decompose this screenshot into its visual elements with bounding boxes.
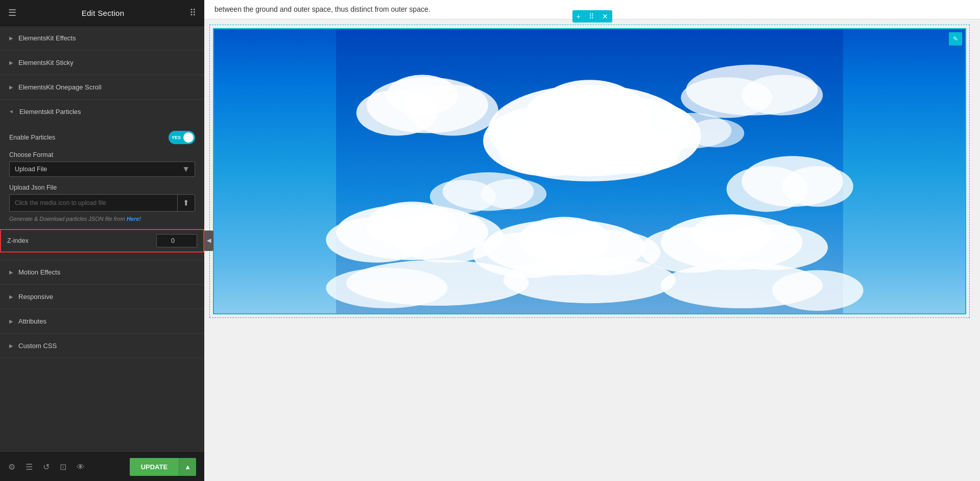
- section-item-motion: ▶ Motion Effects: [0, 260, 204, 285]
- arrow-icon-attributes: ▶: [9, 318, 13, 324]
- zindex-label: Z-index: [7, 237, 29, 244]
- history-icon[interactable]: ↺: [43, 462, 50, 472]
- section-item-effects: ▶ ElementsKit Effects: [0, 26, 204, 51]
- section-label-onepage: ElementsKit Onepage Scroll: [18, 83, 102, 91]
- edit-section-icon[interactable]: ✎: [949, 32, 962, 45]
- choose-format-field: Choose Format Upload File Custom Code ▼: [9, 151, 195, 177]
- generate-here-link[interactable]: Here!: [127, 216, 141, 222]
- section-label-custom-css: Custom CSS: [18, 342, 57, 350]
- svg-point-11: [387, 75, 458, 115]
- section-header-responsive[interactable]: ▶ Responsive: [0, 285, 204, 309]
- svg-point-34: [772, 270, 864, 311]
- section-label-attributes: Attributes: [18, 317, 46, 325]
- section-header-motion[interactable]: ▶ Motion Effects: [0, 260, 204, 284]
- section-item-onepage: ▶ ElementsKit Onepage Scroll: [0, 75, 204, 100]
- panel-toolbar: ⚙ ☰ ↺ ⊡ 👁 UPDATE ▲: [0, 452, 204, 481]
- section-label-responsive: Responsive: [18, 293, 53, 301]
- toolbar-icons: ⚙ ☰ ↺ ⊡ 👁: [8, 462, 85, 472]
- update-button[interactable]: UPDATE: [130, 458, 179, 476]
- panel-header: ☰ Edit Section ⠿: [0, 0, 204, 26]
- hamburger-icon[interactable]: ☰: [8, 7, 16, 18]
- svg-point-37: [688, 119, 744, 148]
- enable-particles-row: Enable Particles YES: [9, 131, 195, 144]
- content-text: between the ground and outer space, thus…: [214, 5, 431, 13]
- close-section-icon[interactable]: ✕: [598, 10, 612, 22]
- section-canvas-wrapper: + ⠿ ✕ ✎: [204, 19, 980, 323]
- arrow-icon-sticky: ▶: [9, 60, 13, 65]
- main-content: between the ground and outer space, thus…: [204, 0, 980, 481]
- panel-title: Edit Section: [82, 9, 125, 17]
- left-panel: ☰ Edit Section ⠿ ▶ ElementsKit Effects ▶…: [0, 0, 204, 481]
- zindex-input[interactable]: [156, 234, 197, 247]
- section-outer-border: ✎: [209, 25, 970, 318]
- section-item-responsive: ▶ Responsive: [0, 285, 204, 309]
- arrow-icon-responsive: ▶: [9, 294, 13, 300]
- format-select[interactable]: Upload File Custom Code: [9, 162, 195, 177]
- toggle-yes-label: YES: [172, 135, 181, 140]
- arrow-icon-effects: ▶: [9, 35, 13, 41]
- arrow-icon-custom-css: ▶: [9, 343, 13, 349]
- svg-point-25: [519, 217, 610, 262]
- grid-icon[interactable]: ⠿: [189, 7, 196, 18]
- settings-icon[interactable]: ⚙: [8, 462, 15, 472]
- generate-text-label: Generate & Download particles JSON file …: [9, 216, 125, 222]
- toggle-slider: YES: [169, 131, 195, 144]
- arrow-icon-motion: ▶: [9, 269, 13, 275]
- svg-point-40: [481, 179, 546, 210]
- section-label-sticky: ElementsKit Sticky: [18, 59, 74, 66]
- section-item-sticky: ▶ ElementsKit Sticky: [0, 51, 204, 75]
- zindex-row: Z-index: [0, 229, 204, 253]
- svg-point-14: [742, 75, 823, 115]
- floating-toolbar: + ⠿ ✕: [572, 10, 612, 22]
- update-btn-group: UPDATE ▲: [130, 458, 196, 476]
- upload-placeholder-text: Click the media icon to upload file: [10, 195, 177, 211]
- enable-particles-toggle[interactable]: YES: [169, 131, 195, 144]
- sky-image-section[interactable]: ✎: [213, 28, 966, 314]
- choose-format-label: Choose Format: [9, 151, 195, 158]
- section-item-particles: ▼ Elementskit Particles Enable Particles…: [0, 100, 204, 260]
- format-select-wrapper: Upload File Custom Code ▼: [9, 162, 195, 177]
- move-icon[interactable]: ⠿: [585, 10, 598, 22]
- section-label-motion: Motion Effects: [18, 268, 60, 276]
- particles-content: Enable Particles YES Choose Format Uploa…: [0, 124, 204, 260]
- layers-icon[interactable]: ☰: [26, 462, 33, 472]
- svg-point-32: [504, 258, 676, 303]
- arrow-icon-particles: ▼: [9, 109, 14, 114]
- upload-json-field: Upload Json File Click the media icon to…: [9, 184, 195, 212]
- svg-point-7: [539, 80, 640, 135]
- sky-svg: [214, 29, 965, 313]
- arrow-icon-onepage: ▶: [9, 84, 13, 90]
- add-section-icon[interactable]: +: [572, 10, 584, 22]
- section-label-effects: ElementsKit Effects: [18, 34, 76, 42]
- collapse-panel-tab[interactable]: ◀: [204, 231, 213, 251]
- svg-point-17: [782, 166, 853, 207]
- svg-point-31: [326, 268, 447, 308]
- section-header-sticky[interactable]: ▶ ElementsKit Sticky: [0, 51, 204, 75]
- section-header-onepage[interactable]: ▶ ElementsKit Onepage Scroll: [0, 75, 204, 99]
- update-arrow-button[interactable]: ▲: [179, 458, 196, 476]
- preview-icon[interactable]: 👁: [77, 463, 85, 472]
- responsive-icon[interactable]: ⊡: [60, 462, 66, 472]
- upload-media-icon[interactable]: ⬆: [177, 195, 195, 211]
- enable-particles-label: Enable Particles: [9, 134, 55, 141]
- section-header-attributes[interactable]: ▶ Attributes: [0, 309, 204, 333]
- upload-input-row: Click the media icon to upload file ⬆: [9, 194, 195, 212]
- upload-json-label: Upload Json File: [9, 184, 195, 191]
- section-label-particles: Elementskit Particles: [19, 108, 81, 116]
- section-header-effects[interactable]: ▶ ElementsKit Effects: [0, 26, 204, 50]
- svg-point-29: [691, 214, 772, 255]
- section-header-custom-css[interactable]: ▶ Custom CSS: [0, 334, 204, 358]
- section-item-attributes: ▶ Attributes: [0, 309, 204, 334]
- generate-text: Generate & Download particles JSON file …: [9, 216, 195, 222]
- panel-content: ▶ ElementsKit Effects ▶ ElementsKit Stic…: [0, 26, 204, 452]
- section-item-custom-css: ▶ Custom CSS: [0, 334, 204, 358]
- section-header-particles[interactable]: ▼ Elementskit Particles: [0, 100, 204, 124]
